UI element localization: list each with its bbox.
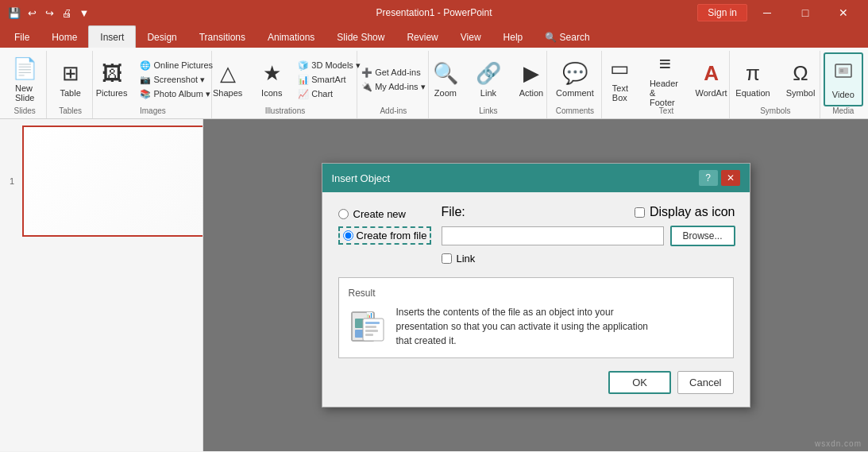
result-section: Result 📊	[338, 277, 734, 358]
textbox-button[interactable]: ▭ TextBox	[600, 52, 640, 106]
create-new-radio[interactable]	[338, 209, 349, 219]
object-label: Video	[832, 90, 854, 99]
comments-group-content: 💬 Comment	[550, 52, 600, 106]
equation-label: Equation	[735, 88, 770, 98]
svg-rect-9	[365, 322, 380, 324]
tab-slideshow[interactable]: Slide Show	[326, 27, 395, 48]
icons-button[interactable]: ★ Icons	[252, 52, 291, 106]
slide-thumbnail-container: 1	[6, 126, 196, 237]
wordart-icon: A	[704, 61, 719, 86]
tab-home[interactable]: Home	[41, 27, 88, 48]
chart-label: Chart	[311, 89, 333, 99]
pictures-button[interactable]: 🖼 Pictures	[90, 52, 134, 106]
smartart-button[interactable]: 📊 SmartArt	[295, 73, 364, 87]
dialog-close-button[interactable]: ✕	[721, 170, 740, 186]
svg-rect-2	[840, 69, 843, 72]
screenshot-label: Screenshot ▾	[153, 75, 205, 85]
tab-transitions[interactable]: Transitions	[188, 27, 257, 48]
my-addins-icon: 🔌	[361, 82, 372, 92]
screenshot-icon: 📷	[140, 75, 151, 85]
tab-animations[interactable]: Animations	[257, 27, 326, 48]
dialog-body: Create new Create from file	[322, 192, 750, 407]
new-slide-button[interactable]: 📄 NewSlide	[5, 52, 44, 106]
shapes-button[interactable]: △ Shapes	[206, 52, 249, 106]
link-checkbox[interactable]	[442, 253, 452, 264]
photo-album-icon: 📚	[140, 89, 151, 99]
dialog-titlebar-buttons: ? ✕	[699, 170, 740, 186]
ok-button[interactable]: OK	[608, 371, 671, 394]
save-icon[interactable]: 💾	[6, 5, 22, 21]
browse-button[interactable]: Browse...	[670, 226, 735, 246]
link-row: Link	[442, 253, 735, 265]
photo-album-button[interactable]: 📚 Photo Album ▾	[137, 87, 216, 101]
tab-help[interactable]: Help	[492, 27, 534, 48]
svg-rect-11	[365, 330, 378, 332]
addins-col: ➕ Get Add-ins 🔌 My Add-ins ▾	[358, 66, 428, 94]
screenshot-button[interactable]: 📷 Screenshot ▾	[137, 73, 216, 87]
chart-button[interactable]: 📈 Chart	[295, 87, 364, 101]
links-group-content: 🔍 Zoom 🔗 Link ▶ Action	[426, 52, 551, 106]
sign-in-button[interactable]: Sign in	[697, 4, 747, 21]
minimize-button[interactable]: ─	[749, 0, 785, 25]
my-addins-button[interactable]: 🔌 My Add-ins ▾	[358, 80, 428, 94]
dialog-buttons: OK Cancel	[338, 371, 734, 394]
create-new-label: Create new	[353, 208, 406, 220]
tab-search[interactable]: 🔍 Search	[534, 27, 600, 48]
tab-view[interactable]: View	[449, 27, 492, 48]
comment-button[interactable]: 💬 Comment	[550, 52, 600, 106]
zoom-icon: 🔍	[433, 61, 458, 86]
smartart-label: SmartArt	[311, 75, 345, 84]
object-icon	[832, 60, 854, 87]
undo-icon[interactable]: ↩	[24, 5, 40, 21]
redo-icon[interactable]: ↪	[41, 5, 57, 21]
maximize-button[interactable]: □	[787, 0, 824, 25]
tab-design[interactable]: Design	[136, 27, 187, 48]
link-button[interactable]: 🔗 Link	[469, 52, 508, 106]
online-pictures-icon: 🌐	[140, 60, 151, 71]
cancel-button[interactable]: Cancel	[677, 371, 733, 394]
close-button[interactable]: ✕	[825, 0, 862, 25]
3d-models-button[interactable]: 🧊 3D Models ▾	[295, 59, 364, 72]
tab-review[interactable]: Review	[395, 27, 449, 48]
images-group-content: 🖼 Pictures 🌐 Online Pictures 📷 Screensho…	[90, 52, 216, 106]
table-button[interactable]: ⊞ Table	[51, 52, 91, 106]
wordart-button[interactable]: A WordArt	[690, 52, 732, 106]
symbol-button[interactable]: Ω Symbol	[780, 52, 822, 106]
display-as-icon-checkbox[interactable]	[635, 207, 645, 218]
object-button[interactable]: Video	[824, 52, 863, 106]
tab-file[interactable]: File	[3, 27, 41, 48]
pictures-icon: 🖼	[102, 61, 122, 86]
chart-icon: 📈	[298, 89, 309, 99]
photo-album-label: Photo Album ▾	[153, 89, 210, 99]
svg-text:📊: 📊	[366, 311, 373, 319]
file-top-row: File: Display as icon	[442, 205, 735, 219]
dialog-inner: Create new Create from file	[338, 205, 734, 394]
online-pictures-button[interactable]: 🌐 Online Pictures	[137, 59, 216, 72]
ribbon-tabs: File Home Insert Design Transitions Anim…	[0, 25, 868, 48]
3d-models-label: 3D Models ▾	[311, 60, 361, 71]
window-title: Presentation1 - PowerPoint	[376, 7, 492, 18]
addins-group-label: Add-ins	[380, 106, 407, 117]
dialog-help-button[interactable]: ?	[699, 170, 718, 186]
customize-icon[interactable]: ▼	[76, 5, 92, 21]
create-from-file-radio[interactable]	[343, 230, 353, 241]
slide-1-thumbnail[interactable]: 1	[22, 126, 203, 237]
equation-button[interactable]: π Equation	[729, 52, 776, 106]
tab-insert[interactable]: Insert	[88, 25, 136, 48]
get-addins-button[interactable]: ➕ Get Add-ins	[358, 66, 428, 79]
quick-access-toolbar: 💾 ↩ ↪ 🖨 ▼	[6, 5, 92, 21]
display-icon-row: Display as icon	[635, 205, 735, 219]
action-button[interactable]: ▶ Action	[511, 52, 551, 106]
header-footer-icon: ≡	[659, 52, 671, 76]
ribbon-group-comments: 💬 Comment Comments	[549, 51, 602, 118]
header-footer-label: Header& Footer	[650, 79, 681, 107]
addins-group-content: ➕ Get Add-ins 🔌 My Add-ins ▾	[358, 52, 428, 106]
symbols-group-label: Symbols	[760, 106, 790, 117]
file-path-input[interactable]	[442, 226, 664, 245]
display-as-icon-label: Display as icon	[650, 205, 735, 219]
print-icon[interactable]: 🖨	[59, 5, 75, 21]
header-footer-button[interactable]: ≡ Header& Footer	[643, 52, 687, 106]
images-group-label: Images	[140, 106, 166, 117]
file-label: File:	[442, 205, 465, 219]
zoom-button[interactable]: 🔍 Zoom	[426, 52, 465, 106]
